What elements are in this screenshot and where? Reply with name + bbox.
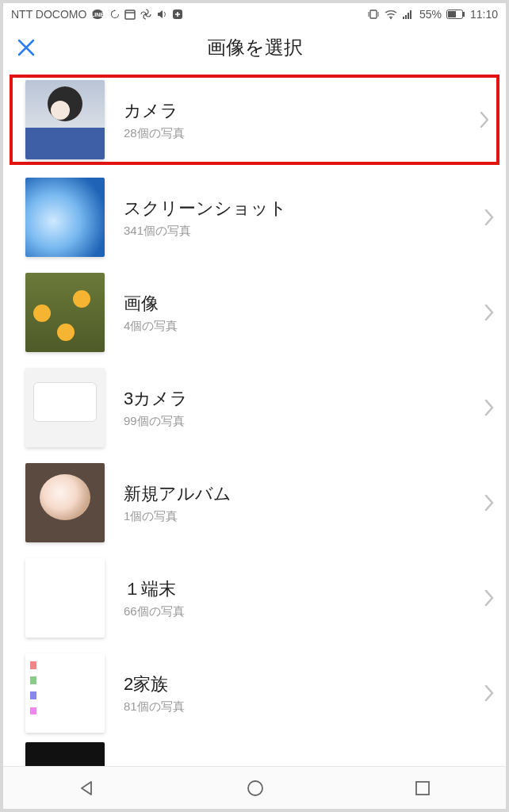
album-count: 66個の写真	[124, 604, 484, 619]
fan-icon	[140, 9, 151, 20]
calendar-icon	[124, 9, 136, 20]
album-thumbnail	[25, 558, 105, 638]
album-thumbnail	[25, 80, 105, 159]
album-row-3camera[interactable]: 3カメラ 99個の写真	[3, 360, 506, 455]
chevron-right-icon	[484, 209, 495, 226]
svg-rect-15	[448, 11, 456, 17]
status-bar: NTT DOCOMO LINE	[3, 3, 506, 25]
album-name: １端末	[124, 577, 484, 601]
svg-text:LINE: LINE	[91, 12, 104, 17]
chevron-right-icon	[484, 399, 495, 416]
svg-rect-2	[125, 10, 135, 19]
plus-badge-icon	[172, 9, 183, 20]
album-thumbnail	[25, 463, 105, 542]
album-count: 341個の写真	[124, 224, 484, 239]
close-icon	[16, 37, 36, 58]
svg-rect-12	[408, 13, 409, 19]
wifi-icon	[385, 9, 397, 20]
sync-icon	[109, 9, 120, 20]
album-thumbnail	[25, 178, 105, 257]
triangle-back-icon	[78, 779, 97, 798]
svg-rect-11	[405, 15, 407, 19]
album-count: 81個の写真	[124, 699, 484, 714]
album-count: 99個の写真	[124, 414, 484, 429]
album-thumbnail	[25, 653, 105, 733]
album-name: 3カメラ	[124, 387, 484, 411]
page-title: 画像を選択	[3, 35, 506, 60]
svg-point-9	[390, 17, 392, 19]
close-button[interactable]	[16, 37, 36, 58]
svg-point-17	[248, 781, 262, 795]
album-count: 4個の写真	[124, 319, 484, 334]
svg-rect-18	[416, 782, 429, 795]
album-name: スクリーンショット	[124, 197, 484, 220]
square-recents-icon	[414, 779, 431, 797]
clock-label: 11:10	[470, 8, 498, 21]
circle-home-icon	[246, 779, 265, 798]
nav-recents-button[interactable]	[414, 779, 431, 797]
carrier-label: NTT DOCOMO	[11, 8, 86, 21]
album-thumbnail	[25, 368, 105, 447]
album-name: 2家族	[124, 672, 484, 696]
chevron-right-icon	[484, 494, 495, 511]
chevron-right-icon	[484, 684, 495, 702]
album-name: カメラ	[124, 99, 479, 123]
chevron-right-icon	[479, 111, 490, 128]
album-thumbnail	[25, 273, 105, 352]
album-row-1device[interactable]: １端末 66個の写真	[3, 550, 506, 645]
album-row-new-album[interactable]: 新規アルバム 1個の写真	[3, 455, 506, 550]
vibrate-icon	[367, 9, 380, 20]
system-nav-bar	[3, 766, 506, 809]
album-row-screenshot[interactable]: スクリーンショット 341個の写真	[3, 170, 506, 265]
nav-home-button[interactable]	[246, 779, 265, 798]
nav-back-button[interactable]	[78, 779, 97, 798]
chevron-right-icon	[484, 589, 495, 607]
album-row-camera[interactable]: カメラ 28個の写真	[8, 73, 501, 167]
album-count: 1個の写真	[124, 509, 484, 524]
album-count: 28個の写真	[124, 126, 479, 141]
speaker-icon	[156, 9, 167, 20]
album-row-2family[interactable]: 2家族 81個の写真	[3, 645, 506, 741]
signal-icon	[402, 9, 415, 20]
page-header: 画像を選択	[3, 25, 506, 70]
battery-pct-label: 55%	[419, 8, 442, 21]
svg-rect-10	[403, 17, 404, 19]
album-name: 新規アルバム	[124, 482, 484, 506]
album-name: 画像	[124, 292, 484, 316]
chevron-right-icon	[484, 304, 495, 321]
svg-rect-16	[463, 12, 465, 17]
battery-icon	[446, 10, 465, 19]
line-app-icon: LINE	[91, 8, 104, 21]
svg-rect-13	[410, 10, 411, 19]
album-row-images[interactable]: 画像 4個の写真	[3, 265, 506, 360]
album-list: カメラ 28個の写真 スクリーンショット 341個の写真 画像 4個の写真	[3, 70, 506, 772]
svg-rect-6	[370, 10, 377, 18]
